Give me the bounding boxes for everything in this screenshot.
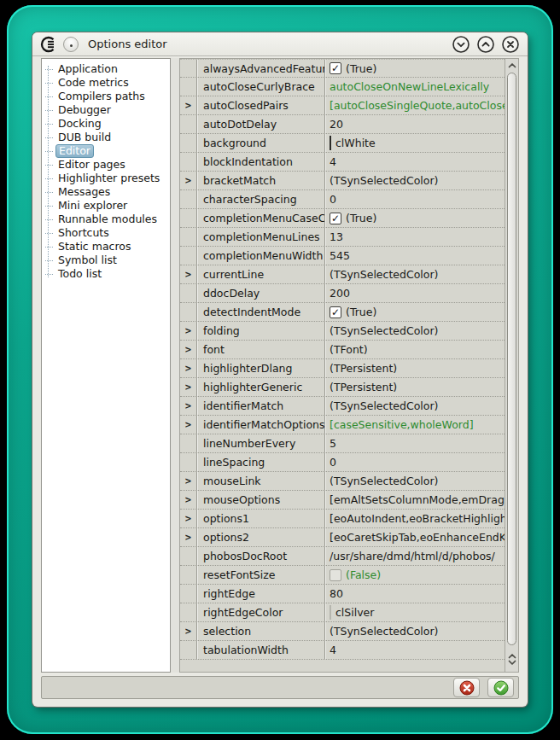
sidebar-item-messages[interactable]: Messages <box>42 185 170 199</box>
property-row-lineNumberEvery[interactable]: lineNumberEvery 5 <box>180 434 505 453</box>
sidebar-item-debugger[interactable]: Debugger <box>42 103 170 117</box>
sidebar-item-docking[interactable]: Docking <box>42 117 170 131</box>
property-grid[interactable]: alwaysAdvancedFeatures ✓ (True) autoClos… <box>180 59 505 672</box>
row-expander[interactable]: > <box>180 491 197 509</box>
property-value[interactable]: (TSynSelectedColor) <box>325 172 505 189</box>
sidebar-item-editor-pages[interactable]: Editor pages <box>42 158 170 172</box>
checkbox-checked[interactable]: ✓ <box>330 306 341 318</box>
property-row-highlighterGeneric[interactable]: > highlighterGeneric (TPersistent) <box>180 378 505 397</box>
property-row-autoDotDelay[interactable]: autoDotDelay 20 <box>180 115 505 134</box>
scroll-down-icon[interactable] <box>508 660 516 666</box>
property-value[interactable]: (TSynSelectedColor) <box>325 397 505 415</box>
row-expander[interactable] <box>180 78 197 96</box>
property-value[interactable]: ✓ (True) <box>325 303 505 321</box>
shade-button[interactable] <box>452 35 470 54</box>
property-row-folding[interactable]: > folding (TSynSelectedColor) <box>180 322 505 341</box>
row-expander[interactable]: > <box>180 359 197 377</box>
property-value[interactable]: 80 <box>325 585 505 603</box>
property-row-identifierMatch[interactable]: > identifierMatch (TSynSelectedColor) <box>180 397 505 416</box>
close-button[interactable] <box>501 35 520 54</box>
splitter[interactable] <box>171 58 179 673</box>
property-value[interactable]: (TFont) <box>325 341 505 358</box>
sidebar-item-code-metrics[interactable]: Code metrics <box>42 76 170 90</box>
property-value[interactable]: 0 <box>325 453 505 471</box>
row-expander[interactable] <box>180 153 197 171</box>
sidebar-item-symbol-list[interactable]: Symbol list <box>42 253 170 267</box>
row-expander[interactable] <box>180 284 197 302</box>
property-value[interactable]: (TSynSelectedColor) <box>325 322 505 340</box>
property-value[interactable]: /usr/share/dmd/html/d/phobos/ <box>325 547 505 565</box>
row-expander[interactable] <box>180 453 197 471</box>
property-row-phobosDocRoot[interactable]: phobosDocRoot /usr/share/dmd/html/d/phob… <box>180 547 505 566</box>
property-value[interactable]: 5 <box>325 434 505 452</box>
sidebar-item-editor[interactable]: Editor <box>42 144 170 158</box>
property-row-autoCloseCurlyBrace[interactable]: autoCloseCurlyBrace autoCloseOnNewLineLe… <box>180 78 505 96</box>
ok-button[interactable] <box>487 678 514 697</box>
property-value[interactable]: 20 <box>325 115 505 133</box>
row-expander[interactable] <box>180 641 197 659</box>
row-expander[interactable]: > <box>180 622 197 640</box>
row-expander[interactable]: > <box>180 96 197 114</box>
cancel-button[interactable] <box>453 678 480 697</box>
property-row-options1[interactable]: > options1 [eoAutoIndent,eoBracketHighli… <box>180 510 505 528</box>
row-expander[interactable] <box>180 434 197 452</box>
property-value[interactable]: 4 <box>325 641 505 659</box>
checkbox-checked[interactable]: ✓ <box>330 213 341 224</box>
property-value[interactable]: (TSynSelectedColor) <box>325 622 505 640</box>
property-row-bracketMatch[interactable]: > bracketMatch (TSynSelectedColor) <box>180 172 505 190</box>
property-value[interactable]: [emAltSetsColumnMode,emDragDr <box>325 491 505 509</box>
sidebar-item-dub-build[interactable]: DUB build <box>42 131 170 144</box>
row-expander[interactable] <box>180 190 197 208</box>
property-row-ddocDelay[interactable]: ddocDelay 200 <box>180 284 505 303</box>
row-expander[interactable]: > <box>180 416 197 434</box>
property-value[interactable]: 4 <box>325 153 505 171</box>
property-value[interactable]: clSilver <box>325 603 505 621</box>
row-expander[interactable]: > <box>180 510 197 527</box>
row-expander[interactable] <box>180 60 197 77</box>
row-expander[interactable]: > <box>180 265 197 283</box>
property-value[interactable]: [eoCaretSkipTab,eoEnhanceEndKe <box>325 528 505 546</box>
row-expander[interactable]: > <box>180 322 197 340</box>
sidebar-item-runnable-modules[interactable]: Runnable modules <box>42 213 170 226</box>
sidebar-item-highlighter-presets[interactable]: Highlighter presets <box>42 172 170 185</box>
property-row-tabulationWidth[interactable]: tabulationWidth 4 <box>180 641 505 660</box>
property-row-lineSpacing[interactable]: lineSpacing 0 <box>180 453 505 472</box>
row-expander[interactable] <box>180 547 197 565</box>
row-expander[interactable] <box>180 247 197 265</box>
property-row-blockIndentation[interactable]: blockIndentation 4 <box>180 153 505 172</box>
sidebar-item-todo-list[interactable]: Todo list <box>42 267 170 281</box>
row-expander[interactable]: > <box>180 378 197 396</box>
property-value[interactable]: clWhite <box>325 134 505 152</box>
checkbox-unchecked[interactable] <box>330 569 341 581</box>
property-value[interactable]: (TPersistent) <box>325 359 505 377</box>
property-row-mouseLink[interactable]: > mouseLink (TSynSelectedColor) <box>180 472 505 491</box>
property-value[interactable]: 0 <box>325 190 505 208</box>
scroll-up-button[interactable] <box>505 59 518 72</box>
row-expander[interactable]: > <box>180 528 197 546</box>
row-expander[interactable] <box>180 209 197 227</box>
sidebar-item-mini-explorer[interactable]: Mini explorer <box>42 199 170 213</box>
property-row-completionMenuLines[interactable]: completionMenuLines 13 <box>180 228 505 247</box>
property-row-options2[interactable]: > options2 [eoCaretSkipTab,eoEnhanceEndK… <box>180 528 505 547</box>
property-row-resetFontSize[interactable]: resetFontSize (False) <box>180 566 505 585</box>
color-swatch[interactable] <box>330 136 331 150</box>
property-row-completionMenuWidth[interactable]: completionMenuWidth 545 <box>180 247 505 265</box>
property-value[interactable]: ✓ (True) <box>325 209 505 227</box>
checkbox-checked[interactable]: ✓ <box>330 62 341 74</box>
sidebar-item-shortcuts[interactable]: Shortcuts <box>42 226 170 240</box>
property-row-detectIndentMode[interactable]: detectIndentMode ✓ (True) <box>180 303 505 322</box>
vertical-scrollbar[interactable] <box>505 59 518 672</box>
property-row-selection[interactable]: > selection (TSynSelectedColor) <box>180 622 505 641</box>
maximize-button[interactable] <box>476 35 495 54</box>
property-value[interactable]: (TSynSelectedColor) <box>325 472 505 490</box>
property-value[interactable]: 545 <box>325 247 505 265</box>
scroll-thumb[interactable] <box>507 73 516 645</box>
property-value[interactable]: [autoCloseSingleQuote,autoCloseD <box>325 96 505 114</box>
property-row-completionMenuCaseCare[interactable]: completionMenuCaseCare ✓ (True) <box>180 209 505 228</box>
row-expander[interactable]: > <box>180 472 197 490</box>
row-expander[interactable] <box>180 303 197 321</box>
property-value[interactable]: [eoAutoIndent,eoBracketHighlight <box>325 510 505 527</box>
property-row-highlighterDlang[interactable]: > highlighterDlang (TPersistent) <box>180 359 505 378</box>
window-menu-button[interactable] <box>63 37 79 52</box>
property-row-rightEdge[interactable]: rightEdge 80 <box>180 585 505 603</box>
